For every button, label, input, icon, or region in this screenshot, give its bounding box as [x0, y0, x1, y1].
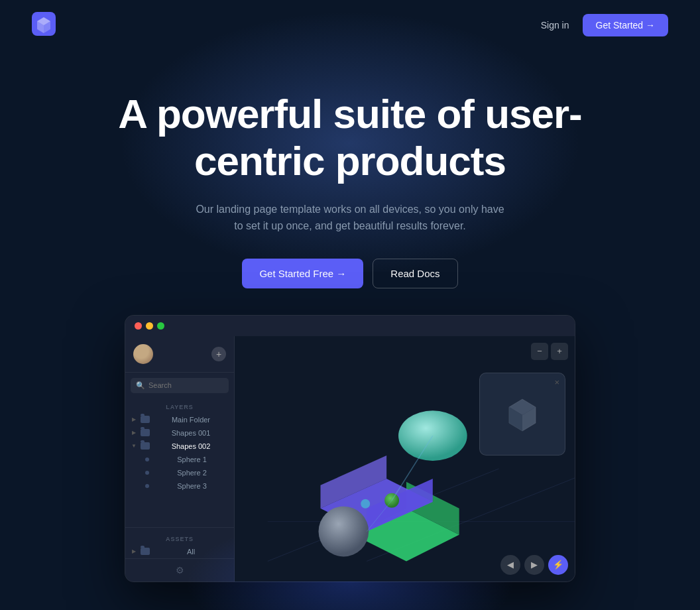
- arrow-icon: ▶: [131, 416, 137, 422]
- hero-section: A powerful suite of user-centric product…: [0, 50, 700, 609]
- app-window: + 🔍 LAYERS ▶ Main Folder: [125, 315, 575, 582]
- read-docs-button[interactable]: Read Docs: [373, 259, 457, 288]
- folder-icon: [141, 442, 150, 450]
- assets-section: ASSETS ▶ All: [125, 527, 234, 558]
- layer-name: Sphere 3: [155, 482, 229, 490]
- layers-label: LAYERS: [125, 398, 234, 413]
- window-body: + 🔍 LAYERS ▶ Main Folder: [125, 336, 575, 581]
- settings-row: ⚙: [125, 558, 234, 581]
- nav-get-started-button[interactable]: Get Started →: [583, 14, 668, 36]
- titlebar-dot-green[interactable]: [157, 322, 164, 330]
- arrow-icon: ▶: [131, 430, 137, 436]
- folder-icon: [141, 429, 150, 436]
- layer-name: All: [153, 548, 229, 556]
- sign-in-link[interactable]: Sign in: [541, 20, 569, 30]
- folder-icon: [141, 416, 150, 423]
- logo[interactable]: [32, 12, 56, 38]
- arrow-icon: ▶: [131, 548, 137, 554]
- layers-section: LAYERS ▶ Main Folder ▶ Shapes 001: [125, 398, 234, 527]
- layer-shapes-001[interactable]: ▶ Shapes 001: [125, 426, 234, 440]
- sub-dot-icon: [145, 457, 149, 461]
- layer-sphere-1[interactable]: Sphere 1: [125, 453, 234, 466]
- forward-button[interactable]: ▶: [524, 555, 544, 575]
- assets-label: ASSETS: [125, 530, 234, 545]
- titlebar-dot-red[interactable]: [135, 322, 142, 330]
- get-started-free-button[interactable]: Get Started Free →: [242, 259, 363, 288]
- navbar: Sign in Get Started →: [0, 0, 700, 50]
- titlebar-dot-yellow[interactable]: [146, 322, 153, 330]
- hero-buttons: Get Started Free → Read Docs: [32, 259, 668, 288]
- sidebar: + 🔍 LAYERS ▶ Main Folder: [125, 336, 235, 581]
- sub-dot-icon: [145, 484, 149, 488]
- layer-sphere-3[interactable]: Sphere 3: [125, 479, 234, 493]
- svg-point-12: [361, 499, 370, 509]
- zoom-out-button[interactable]: −: [531, 343, 548, 360]
- zoom-in-button[interactable]: +: [551, 343, 568, 360]
- search-icon: 🔍: [136, 381, 145, 390]
- window-titlebar: [125, 316, 575, 336]
- svg-point-9: [319, 507, 369, 557]
- layer-main-folder[interactable]: ▶ Main Folder: [125, 413, 234, 426]
- sub-dot-icon: [145, 471, 149, 475]
- layer-name: Main Folder: [153, 416, 229, 424]
- arrow-icon: ▼: [131, 443, 137, 449]
- back-button[interactable]: ◀: [500, 555, 520, 575]
- sidebar-search: 🔍: [131, 378, 229, 393]
- sidebar-top: +: [125, 336, 234, 373]
- search-input[interactable]: [148, 381, 223, 389]
- avatar: [133, 344, 153, 364]
- settings-icon[interactable]: ⚙: [176, 565, 184, 576]
- nav-right: Sign in Get Started →: [541, 14, 668, 36]
- hero-subtitle: Our landing page template works on all d…: [191, 201, 509, 235]
- action-button[interactable]: ⚡: [548, 555, 568, 575]
- layer-name: Shapes 002: [153, 442, 229, 450]
- layer-name: Sphere 1: [155, 456, 229, 463]
- layer-sphere-2[interactable]: Sphere 2: [125, 466, 234, 479]
- popup-card: ×: [479, 373, 565, 456]
- layer-name: Sphere 2: [155, 469, 229, 477]
- layer-shapes-002[interactable]: ▼ Shapes 002: [125, 440, 234, 453]
- bottom-controls: ◀ ▶ ⚡: [500, 555, 568, 575]
- popup-close-button[interactable]: ×: [554, 377, 559, 387]
- layer-name: Shapes 001: [153, 429, 229, 437]
- canvas-area: − +: [235, 336, 575, 581]
- cube-icon: [502, 394, 542, 434]
- canvas-controls: − +: [531, 343, 568, 360]
- layer-all[interactable]: ▶ All: [125, 545, 234, 558]
- add-layer-button[interactable]: +: [211, 347, 226, 361]
- hero-title: A powerful suite of user-centric product…: [118, 90, 582, 185]
- folder-icon: [141, 548, 150, 555]
